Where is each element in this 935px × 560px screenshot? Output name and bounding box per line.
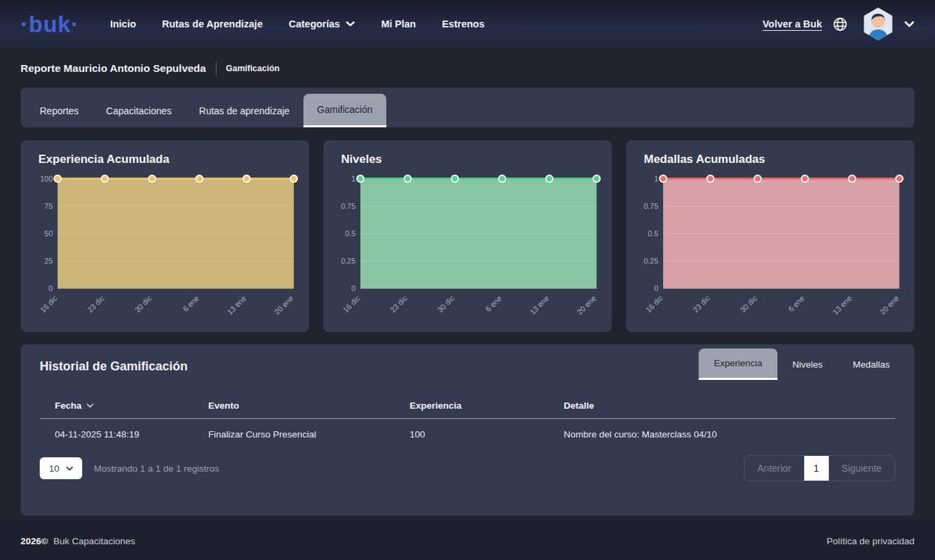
medals-chart-title: Medallas Acumuladas [633,153,908,166]
svg-text:0.5: 0.5 [648,229,658,238]
footer-company: Buk Capacitaciones [53,536,135,546]
privacy-policy-link[interactable]: Política de privacidad [827,536,914,546]
svg-text:1: 1 [654,175,658,183]
cell-experiencia: 100 [410,419,564,440]
levels-area-chart: 00.250.50.75116 dic23 dic30 dic6 ene13 e… [330,170,605,324]
cell-evento: Finalizar Curso Presencial [208,419,410,440]
svg-text:0: 0 [49,284,53,292]
pager: Anterior 1 Siguiente [744,455,895,481]
history-tab-niveles[interactable]: Niveles [777,348,838,380]
nav-item-rutas[interactable]: Rutas de Aprendizaje [149,0,276,48]
svg-text:30 dic: 30 dic [133,294,153,314]
nav-item-inicio[interactable]: Inicio [97,0,149,48]
experience-area-chart: 025507510016 dic23 dic30 dic6 ene13 ene2… [27,170,302,324]
pagination-bar: 10 Mostrando 1 a 1 de 1 registros Anteri… [40,455,895,481]
svg-text:0.75: 0.75 [341,202,356,210]
levels-chart-title: Niveles [330,153,605,166]
svg-text:23 dic: 23 dic [691,294,712,314]
footer-copyright: 2026© Buk Capacitaciones [21,536,135,546]
history-card: Historial de Gamificación Experiencia Ni… [21,344,914,516]
svg-text:20 ene: 20 ene [878,294,900,316]
table-header-row: Fecha Evento Experiencia Detalle [40,400,895,419]
svg-text:30 dic: 30 dic [436,294,456,314]
nav-item-estrenos[interactable]: Estrenos [429,0,497,48]
experience-chart-title: Experiencia Acumulada [27,153,302,166]
svg-text:50: 50 [45,229,53,238]
tab-rutas-de-aprendizaje[interactable]: Rutas de aprendizaje [186,94,303,127]
avatar[interactable] [862,8,894,40]
select-chevron-down-icon [66,466,73,471]
svg-text:0: 0 [351,284,356,292]
cell-detalle: Nombre del curso: Masterclass 04/10 [564,419,895,440]
volver-a-buk-link[interactable]: Volver a Buk [762,18,822,29]
svg-text:100: 100 [40,175,53,183]
svg-text:13 ene: 13 ene [528,294,550,316]
next-page-button[interactable]: Siguiente [829,456,895,481]
history-tab-experiencia[interactable]: Experiencia [699,348,777,380]
user-menu-chevron-down-icon[interactable] [904,21,914,27]
globe-icon[interactable] [832,16,848,32]
history-header: Historial de Gamificación Experiencia Ni… [30,344,905,380]
svg-text:23 dic: 23 dic [388,294,409,314]
svg-text:6 ene: 6 ene [786,294,806,313]
top-navbar: ·buk· Inicio Rutas de Aprendizaje Catego… [0,0,935,48]
page-size-select[interactable]: 10 [40,457,82,479]
tab-reportes[interactable]: Reportes [26,94,92,127]
table-row: 04-11-2025 11:48:19 Finalizar Curso Pres… [40,419,895,440]
page-title: Reporte Mauricio Antonio Sepulveda [21,62,206,75]
buk-logo[interactable]: ·buk· [21,13,79,36]
cell-fecha: 04-11-2025 11:48:19 [55,419,208,440]
breadcrumb: Reporte Mauricio Antonio Sepulveda Gamif… [0,48,935,84]
svg-text:30 dic: 30 dic [738,294,759,314]
records-summary: Mostrando 1 a 1 de 1 registros [94,463,219,474]
column-header-detalle: Detalle [564,400,895,411]
nav-item-categorias[interactable]: Categorías [275,0,368,48]
current-page-button[interactable]: 1 [804,456,829,481]
svg-text:23 dic: 23 dic [86,294,106,314]
medals-area-chart: 00.250.50.75116 dic23 dic30 dic6 ene13 e… [633,170,908,324]
chevron-down-icon [346,21,355,27]
main-nav: Inicio Rutas de Aprendizaje Categorías M… [97,0,498,48]
footer-year: 2026© [21,536,48,546]
levels-chart-card: Niveles 00.250.50.75116 dic23 dic30 dic6… [323,140,612,332]
svg-text:20 ene: 20 ene [575,294,597,316]
svg-text:1: 1 [351,175,356,183]
svg-text:6 ene: 6 ene [181,294,200,313]
navbar-right: Volver a Buk [762,8,914,40]
report-tabbar: Reportes Capacitaciones Rutas de aprendi… [21,88,914,127]
history-tabbar: Experiencia Niveles Medallas [699,344,905,380]
svg-text:0.75: 0.75 [644,202,658,210]
tab-gamificacion[interactable]: Gamificación [303,94,386,127]
tab-capacitaciones[interactable]: Capacitaciones [92,94,186,127]
svg-text:16 dic: 16 dic [38,294,59,314]
footer: 2026© Buk Capacitaciones Política de pri… [0,522,935,560]
svg-text:13 ene: 13 ene [225,294,247,316]
svg-text:6 ene: 6 ene [484,294,503,313]
column-header-fecha[interactable]: Fecha [55,400,208,411]
svg-text:0: 0 [654,284,658,292]
history-tab-medallas[interactable]: Medallas [838,348,905,380]
history-title: Historial de Gamificación [30,359,188,374]
history-table: Fecha Evento Experiencia Detalle 04-11-2… [40,400,895,440]
column-header-experiencia: Experiencia [410,400,564,411]
svg-text:20 ene: 20 ene [273,294,295,316]
svg-text:75: 75 [45,202,53,210]
svg-text:16 dic: 16 dic [644,294,664,314]
svg-text:16 dic: 16 dic [341,294,362,314]
previous-page-button[interactable]: Anterior [745,456,804,481]
svg-text:13 ene: 13 ene [831,294,853,316]
charts-row: Experiencia Acumulada 025507510016 dic23… [21,140,914,332]
nav-item-miplan[interactable]: Mi Plan [368,0,429,48]
svg-text:25: 25 [45,257,53,265]
medals-chart-card: Medallas Acumuladas 00.250.50.75116 dic2… [626,140,914,332]
breadcrumb-section: Gamificación [226,64,280,73]
breadcrumb-divider [216,62,216,75]
svg-text:0.25: 0.25 [644,257,658,265]
svg-text:0.25: 0.25 [341,257,356,265]
sort-chevron-down-icon [86,403,94,408]
experience-chart-card: Experiencia Acumulada 025507510016 dic23… [21,140,309,332]
column-header-evento: Evento [208,400,410,411]
svg-text:0.5: 0.5 [345,229,356,238]
